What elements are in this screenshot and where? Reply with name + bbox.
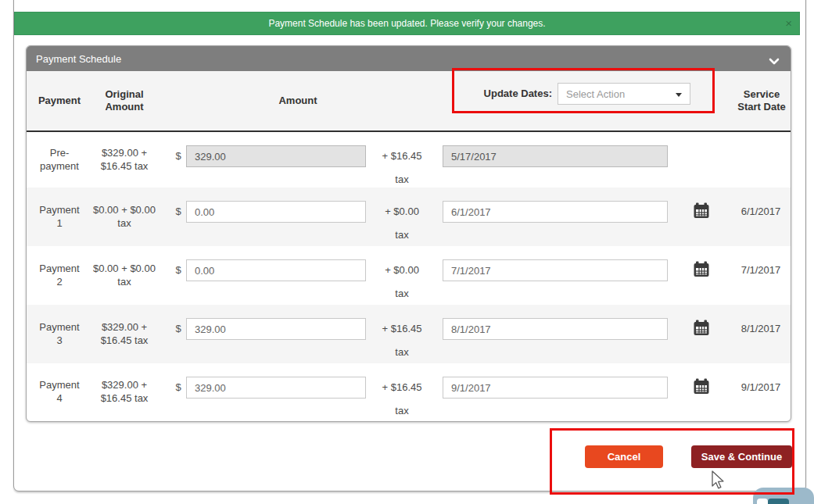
currency-prefix: $ xyxy=(172,377,185,399)
alert-close-icon[interactable]: × xyxy=(785,17,792,30)
tax-amount: + $16.45 tax xyxy=(371,377,433,418)
alert-banner: Payment Schedule has been updated. Pleas… xyxy=(14,12,800,35)
payment-label: Payment 1 xyxy=(36,188,83,246)
tax-amount-value: + $16.45 xyxy=(382,145,422,167)
amount-input[interactable] xyxy=(186,201,366,223)
calendar-icon[interactable] xyxy=(692,378,711,397)
chevron-down-icon[interactable] xyxy=(769,55,780,67)
tax-amount-value: + $0.00 xyxy=(385,201,419,223)
currency-prefix: $ xyxy=(172,201,185,223)
table-row: Payment 3 $329.00 + $16.45 tax $ + $16.4… xyxy=(27,305,791,363)
payment-label: Payment 4 xyxy=(36,363,83,421)
original-amount: $329.00 + $16.45 tax xyxy=(89,363,160,421)
chat-widget[interactable] xyxy=(753,488,814,504)
calendar-icon[interactable] xyxy=(692,202,711,221)
table-header-row: Payment Original Amount Amount Update Da… xyxy=(27,71,791,132)
service-start-date: 7/1/2017 xyxy=(733,259,789,281)
update-dates-select[interactable]: Select Action xyxy=(558,83,690,105)
table-row: Payment 4 $329.00 + $16.45 tax $ + $16.4… xyxy=(27,363,791,421)
select-caret-icon xyxy=(676,93,682,97)
tax-suffix: tax xyxy=(395,346,408,359)
date-input[interactable] xyxy=(443,201,668,223)
table-row: Payment 1 $0.00 + $0.00 tax $ + $0.00 ta… xyxy=(27,188,791,246)
date-input[interactable] xyxy=(443,259,668,281)
update-dates-label: Update Dates: xyxy=(449,83,552,105)
tax-amount: + $0.00 tax xyxy=(371,259,433,301)
tax-amount-value: + $16.45 xyxy=(382,377,422,399)
amount-input xyxy=(186,145,366,167)
service-start-date: 6/1/2017 xyxy=(733,201,789,223)
tax-suffix: tax xyxy=(395,288,408,301)
calendar-icon[interactable] xyxy=(692,261,711,280)
currency-prefix: $ xyxy=(172,145,185,167)
table-row: Pre-payment $329.00 + $16.45 tax $ + $16… xyxy=(27,132,791,188)
date-input[interactable] xyxy=(443,377,668,399)
column-header-original-amount: Original Amount xyxy=(88,71,161,130)
tax-suffix: tax xyxy=(395,405,408,418)
payment-label: Payment 2 xyxy=(36,246,83,305)
column-header-amount: Amount xyxy=(259,71,337,130)
amount-input[interactable] xyxy=(186,377,366,399)
panel-header[interactable]: Payment Schedule xyxy=(27,46,791,71)
original-amount: $329.00 + $16.45 tax xyxy=(89,132,160,188)
tax-amount: + $16.45 tax xyxy=(371,318,433,359)
currency-prefix: $ xyxy=(172,259,185,281)
update-dates-selected-value: Select Action xyxy=(566,88,625,100)
save-continue-button[interactable]: Save & Continue xyxy=(691,445,792,468)
column-header-payment: Payment xyxy=(32,71,87,130)
table-row: Payment 2 $0.00 + $0.00 tax $ + $0.00 ta… xyxy=(27,246,791,305)
tax-amount: + $16.45 tax xyxy=(371,145,433,187)
tax-suffix: tax xyxy=(395,229,408,242)
tax-amount-value: + $16.45 xyxy=(382,318,422,340)
amount-input[interactable] xyxy=(186,259,366,281)
service-start-date: 8/1/2017 xyxy=(733,318,789,340)
calendar-icon[interactable] xyxy=(692,320,711,338)
payment-label: Payment 3 xyxy=(36,305,83,363)
tax-suffix: tax xyxy=(395,173,408,187)
original-amount: $0.00 + $0.00 tax xyxy=(89,188,160,246)
currency-prefix: $ xyxy=(172,318,185,340)
payment-schedule-page: Payment Schedule has been updated. Pleas… xyxy=(0,0,814,504)
column-header-service-start-date: Service Start Date xyxy=(736,71,787,130)
cancel-button[interactable]: Cancel xyxy=(585,445,663,468)
panel-title: Payment Schedule xyxy=(36,53,121,65)
tax-amount: + $0.00 tax xyxy=(371,201,433,242)
date-input[interactable] xyxy=(443,318,668,340)
tax-amount-value: + $0.00 xyxy=(385,259,419,281)
service-start-date: 9/1/2017 xyxy=(733,377,789,399)
original-amount: $329.00 + $16.45 tax xyxy=(89,305,160,363)
chat-widget-detail xyxy=(768,499,789,504)
payment-label: Pre-payment xyxy=(36,132,83,188)
original-amount: $0.00 + $0.00 tax xyxy=(89,246,160,305)
amount-input[interactable] xyxy=(186,318,366,340)
date-input xyxy=(443,145,668,167)
payment-schedule-panel: Payment Schedule Payment Original Amount… xyxy=(26,45,791,422)
chat-widget-detail xyxy=(757,499,768,504)
alert-message: Payment Schedule has been updated. Pleas… xyxy=(268,18,545,29)
